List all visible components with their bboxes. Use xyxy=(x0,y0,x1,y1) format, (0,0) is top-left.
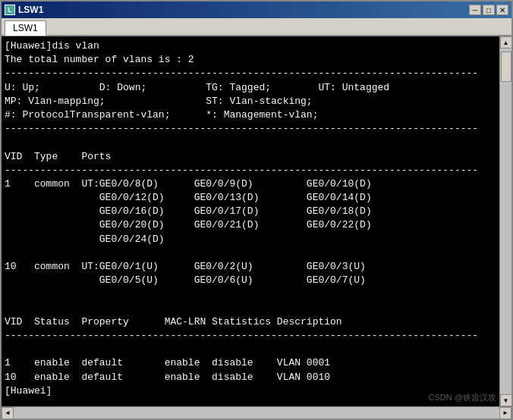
terminal-content[interactable]: [Huawei]dis vlan The total number of vla… xyxy=(2,36,499,406)
title-bar-left: L LSW1 xyxy=(5,5,43,15)
minimize-button[interactable]: ─ xyxy=(469,5,481,15)
scroll-right-button[interactable]: ► xyxy=(499,407,511,419)
scroll-down-button[interactable]: ▼ xyxy=(500,394,512,406)
title-bar: L LSW1 ─ □ ✕ xyxy=(2,2,511,18)
scroll-left-button[interactable]: ◄ xyxy=(2,407,14,419)
close-button[interactable]: ✕ xyxy=(496,5,508,15)
scroll-up-button[interactable]: ▲ xyxy=(500,36,512,49)
app-icon: L xyxy=(5,5,15,15)
window-title: LSW1 xyxy=(18,5,43,15)
tab-lsw1[interactable]: LSW1 xyxy=(5,20,46,36)
maximize-button[interactable]: □ xyxy=(483,5,495,15)
horizontal-scroll-track xyxy=(14,407,499,418)
main-window: L LSW1 ─ □ ✕ LSW1 [Huawei]dis vlan The t… xyxy=(0,0,513,420)
title-bar-controls: ─ □ ✕ xyxy=(469,5,508,15)
terminal-output: [Huawei]dis vlan The total number of vla… xyxy=(5,39,496,398)
scroll-track xyxy=(500,49,511,394)
horizontal-scrollbar[interactable]: ◄ ► xyxy=(2,406,511,418)
vertical-scrollbar[interactable]: ▲ ▼ xyxy=(499,36,511,406)
tab-bar: LSW1 xyxy=(2,18,511,36)
tab-label: LSW1 xyxy=(13,23,38,33)
scroll-thumb[interactable] xyxy=(501,52,511,82)
